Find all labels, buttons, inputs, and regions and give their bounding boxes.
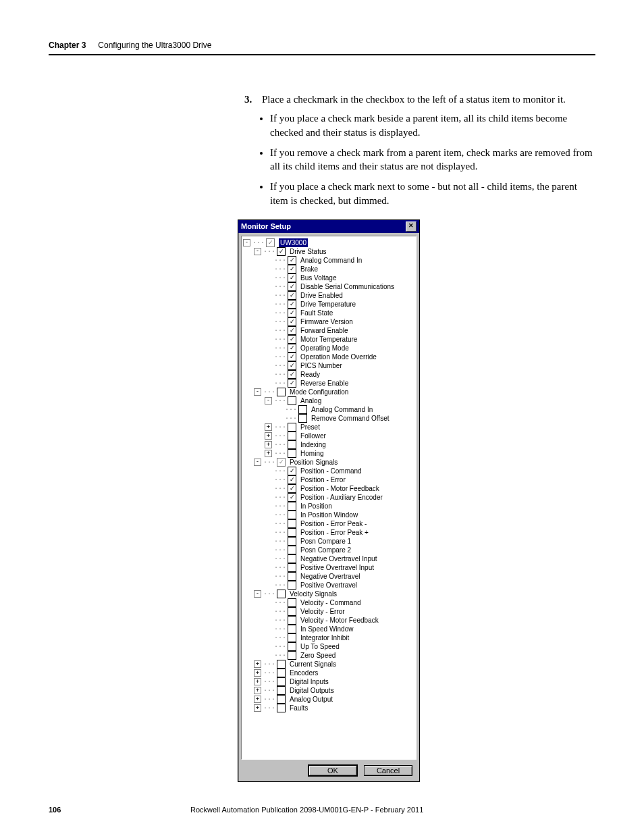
tree-checkbox[interactable]: ✓ xyxy=(288,493,296,502)
tree-checkbox[interactable]: ✓ xyxy=(288,467,296,475)
tree-label[interactable]: Position - Error Peak - xyxy=(300,519,367,528)
tree-label[interactable]: Firmware Version xyxy=(300,317,353,326)
tree-checkbox[interactable]: ✓ xyxy=(288,353,296,361)
tree-label[interactable]: Forward Enable xyxy=(300,326,348,335)
ok-button[interactable]: OK xyxy=(308,765,357,776)
tree-checkbox[interactable] xyxy=(288,546,296,554)
tree-label[interactable]: Remove Command Offset xyxy=(311,414,389,423)
tree-label[interactable]: Analog Command In xyxy=(311,405,373,414)
tree-label[interactable]: Position - Error xyxy=(300,475,346,484)
tree-label[interactable]: Encoders xyxy=(290,669,318,677)
tree-node[interactable]: ···✓Disable Serial Communications xyxy=(243,282,414,291)
tree-checkbox[interactable]: ✓ xyxy=(288,379,296,388)
tree-checkbox[interactable]: ✓ xyxy=(288,484,296,493)
tree-node[interactable]: ···✓Fault State xyxy=(243,309,414,317)
tree-label[interactable]: Digital Inputs xyxy=(290,677,329,686)
tree-checkbox[interactable]: ✓ xyxy=(288,282,296,291)
expand-icon[interactable]: + xyxy=(265,450,272,457)
tree-node[interactable]: -···Analog xyxy=(243,396,414,405)
tree-label[interactable]: UW3000 xyxy=(279,238,308,247)
tree-label[interactable]: Negative Overtravel Input xyxy=(300,554,377,563)
tree-label[interactable]: Analog Command In xyxy=(300,256,362,265)
tree-label[interactable]: Drive Status xyxy=(290,247,326,256)
tree-label[interactable]: Reverse Enable xyxy=(300,379,348,388)
tree-checkbox[interactable] xyxy=(288,598,296,607)
tree-label[interactable]: Posn Compare 2 xyxy=(300,546,351,554)
tree-node[interactable]: ···Zero Speed xyxy=(243,651,414,660)
tree-label[interactable]: Up To Speed xyxy=(300,642,340,651)
tree-node[interactable]: -···✓UW3000 xyxy=(243,238,414,247)
tree-label[interactable]: Positive Overtravel xyxy=(300,581,357,590)
tree-label[interactable]: Position - Auxiliary Encoder xyxy=(300,493,383,502)
tree-label[interactable]: Disable Serial Communications xyxy=(300,282,394,291)
tree-checkbox[interactable]: ✓ xyxy=(288,335,296,344)
tree-checkbox[interactable] xyxy=(277,677,286,686)
tree-label[interactable]: Current Signals xyxy=(290,660,336,669)
tree-node[interactable]: ···Negative Overtravel Input xyxy=(243,554,414,563)
tree-node[interactable]: ···✓Analog Command In xyxy=(243,256,414,265)
expand-icon[interactable]: + xyxy=(254,678,261,685)
expand-icon[interactable]: + xyxy=(254,704,261,712)
tree-label[interactable]: Bus Voltage xyxy=(300,273,336,282)
tree-label[interactable]: Velocity - Command xyxy=(300,598,360,607)
tree-node[interactable]: ···✓Operating Mode xyxy=(243,344,414,353)
tree-node[interactable]: +···Digital Outputs xyxy=(243,686,414,695)
tree-checkbox[interactable]: ✓ xyxy=(288,256,296,265)
tree-label[interactable]: Negative Overtravel xyxy=(300,572,360,581)
tree-checkbox[interactable] xyxy=(288,563,296,572)
tree-label[interactable]: Ready xyxy=(300,370,320,379)
tree-checkbox[interactable]: ✓ xyxy=(266,238,275,247)
tree-node[interactable]: ···✓Position - Error xyxy=(243,475,414,484)
tree-node[interactable]: ···Position - Error Peak + xyxy=(243,528,414,537)
tree-label[interactable]: Integrator Inhibit xyxy=(300,633,349,642)
tree-checkbox[interactable] xyxy=(288,449,296,458)
tree-label[interactable]: Operating Mode xyxy=(300,344,349,353)
tree-node[interactable]: ···Up To Speed xyxy=(243,642,414,651)
tree-label[interactable]: Positive Overtravel Input xyxy=(300,563,374,572)
tree-node[interactable]: -···✓Position Signals xyxy=(243,458,414,467)
tree-label[interactable]: PICS Number xyxy=(300,361,342,370)
tree-label[interactable]: In Speed Window xyxy=(300,625,353,633)
tree-node[interactable]: +···Follower xyxy=(243,432,414,440)
collapse-icon[interactable]: - xyxy=(254,388,261,396)
tree-node[interactable]: -···✓Drive Status xyxy=(243,247,414,256)
tree-node[interactable]: ···✓PICS Number xyxy=(243,361,414,370)
tree-checkbox[interactable] xyxy=(288,651,296,660)
tree-checkbox[interactable]: ✓ xyxy=(288,370,296,379)
tree-node[interactable]: ···Velocity - Command xyxy=(243,598,414,607)
tree-node[interactable]: ···✓Position - Command xyxy=(243,467,414,475)
tree-checkbox[interactable]: ✓ xyxy=(288,300,296,309)
tree-node[interactable]: -···Velocity Signals xyxy=(243,590,414,598)
expand-icon[interactable]: + xyxy=(265,432,272,440)
tree-checkbox[interactable]: ✓ xyxy=(288,273,296,282)
tree-checkbox[interactable]: ✓ xyxy=(288,317,296,326)
tree-label[interactable]: Analog xyxy=(300,396,321,405)
tree-checkbox[interactable] xyxy=(288,616,296,625)
tree-checkbox[interactable] xyxy=(288,642,296,651)
tree-node[interactable]: ···✓Reverse Enable xyxy=(243,379,414,388)
tree-node[interactable]: ···Posn Compare 2 xyxy=(243,546,414,554)
tree-node[interactable]: ···✓Bus Voltage xyxy=(243,273,414,282)
tree-node[interactable]: +···Faults xyxy=(243,704,414,712)
collapse-icon[interactable]: - xyxy=(254,248,261,255)
tree-checkbox[interactable]: ✓ xyxy=(288,475,296,484)
tree-node[interactable]: ···✓Firmware Version xyxy=(243,317,414,326)
tree-checkbox[interactable]: ✓ xyxy=(277,458,286,467)
tree-label[interactable]: Preset xyxy=(300,423,320,432)
tree-label[interactable]: Brake xyxy=(300,265,318,273)
tree-label[interactable]: Digital Outputs xyxy=(290,686,334,695)
tree-checkbox[interactable] xyxy=(288,519,296,528)
tree-label[interactable]: In Position Window xyxy=(300,511,358,519)
tree-checkbox[interactable]: ✓ xyxy=(277,247,286,256)
tree-node[interactable]: +···Indexing xyxy=(243,440,414,449)
tree-node[interactable]: ···Analog Command In xyxy=(243,405,414,414)
tree-checkbox[interactable]: ✓ xyxy=(288,291,296,300)
tree-node[interactable]: ···✓Forward Enable xyxy=(243,326,414,335)
tree-node[interactable]: ···✓Drive Temperature xyxy=(243,300,414,309)
expand-icon[interactable]: + xyxy=(254,696,261,703)
tree-checkbox[interactable] xyxy=(277,704,286,712)
tree-checkbox[interactable]: ✓ xyxy=(288,344,296,353)
tree-node[interactable]: ···Position - Error Peak - xyxy=(243,519,414,528)
tree-label[interactable]: Zero Speed xyxy=(300,651,336,660)
tree-checkbox[interactable] xyxy=(288,625,296,633)
